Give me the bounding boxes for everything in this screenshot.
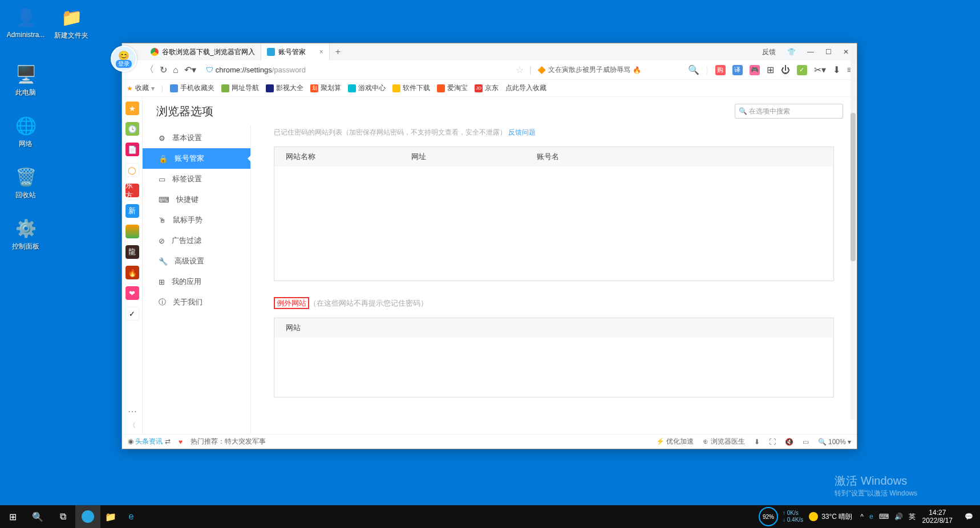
url-input[interactable]: 🛡chrome://settings/password — [202, 63, 510, 78]
rail-star-icon[interactable]: ★ — [125, 101, 139, 115]
rail-collapse-icon[interactable]: 〈 — [129, 421, 136, 430]
back-button[interactable]: 〈 — [145, 64, 154, 76]
keyboard-icon: ⌨ — [159, 196, 169, 204]
nav-about[interactable]: ⓘ关于我们 — [143, 292, 250, 312]
search-icon[interactable]: 🔍 — [688, 64, 699, 75]
rail-dongfang-icon[interactable]: 东方 — [125, 184, 139, 197]
undo-button[interactable]: ↶▾ — [184, 64, 196, 75]
rail-heart-icon[interactable]: ❤ — [125, 286, 139, 300]
scrollbar[interactable] — [851, 97, 856, 420]
tray-browser-icon[interactable]: e — [869, 513, 873, 521]
rail-nike-icon[interactable]: ✓ — [125, 307, 139, 320]
tray-volume-icon[interactable]: 🔊 — [894, 513, 903, 521]
new-tab-button[interactable]: + — [330, 47, 346, 57]
tray-expand-icon[interactable]: ^ — [860, 513, 864, 521]
feedback-link[interactable]: 反馈问题 — [508, 128, 536, 136]
zoom-indicator[interactable]: 🔍 100% ▾ — [818, 438, 851, 446]
nav-shortcut[interactable]: ⌨快捷键 — [143, 189, 250, 210]
rail-clock-icon[interactable]: 🕓 — [125, 122, 139, 136]
mute-icon[interactable]: 🔇 — [785, 438, 793, 446]
power-icon[interactable]: ⏻ — [781, 65, 790, 75]
optimize-button[interactable]: ⚡ 优化加速 — [656, 437, 694, 446]
reload-button[interactable]: ↻ — [160, 64, 167, 75]
screenshot-icon[interactable]: ⛶ — [769, 438, 776, 446]
bookmark-fav[interactable]: ★收藏▾ — [127, 83, 155, 93]
bookmark-games[interactable]: 游戏中心 — [348, 83, 386, 93]
exception-table: 网站 — [274, 318, 834, 397]
rail-doc-icon[interactable]: 📄 — [125, 143, 139, 156]
bookmark-software[interactable]: 软件下载 — [392, 83, 430, 93]
skin-icon[interactable]: 👕 — [787, 48, 796, 56]
weather-widget[interactable]: 33°C 晴朗 — [809, 512, 860, 522]
star-icon[interactable]: ☆ — [516, 64, 524, 75]
minimize-button[interactable]: — — [807, 48, 814, 56]
notification-button[interactable]: 💬 — [957, 505, 980, 528]
bookmark-jd[interactable]: JD京东 — [475, 83, 499, 93]
shop-icon[interactable]: 购 — [715, 65, 726, 75]
rail-dragon-icon[interactable]: 龍 — [125, 245, 139, 259]
hot-news[interactable]: 热门推荐：特大突发军事 — [191, 437, 266, 446]
lock-icon: 🔒 — [159, 155, 168, 163]
feedback-link[interactable]: 反馈 — [762, 47, 776, 57]
tray-ime[interactable]: 英 — [909, 512, 916, 522]
nav-apps[interactable]: ⊞我的应用 — [143, 271, 250, 292]
windows-watermark: 激活 Windows 转到"设置"以激活 Windows — [835, 473, 917, 498]
bookmark-video[interactable]: 影视大全 — [266, 83, 303, 93]
search-button[interactable]: 🔍 — [25, 505, 50, 528]
download-status-icon[interactable]: ⬇ — [754, 438, 760, 446]
headline-link[interactable]: 🔶文在寅散步被男子威胁辱骂🔥 — [537, 65, 641, 75]
nav-mouse[interactable]: 🖱鼠标手势 — [143, 210, 250, 230]
nav-adblock[interactable]: ⊘广告过滤 — [143, 230, 250, 251]
rail-more-icon[interactable]: ⋯ — [128, 406, 137, 417]
news-toggle[interactable]: ◉ 头条资讯 ⇄ — [128, 437, 171, 446]
table-body-empty — [274, 166, 833, 281]
game-icon[interactable]: 🎮 — [750, 65, 760, 75]
bookmark-import[interactable]: 点此导入收藏 — [505, 83, 546, 93]
bookmark-mobile[interactable]: 手机收藏夹 — [170, 83, 214, 93]
nav-basic[interactable]: ⚙基本设置 — [143, 128, 250, 148]
bookmark-nav[interactable]: 网址导航 — [221, 83, 259, 93]
taskbar-edge[interactable]: e — [121, 505, 141, 528]
info-icon: ⓘ — [159, 297, 166, 307]
close-button[interactable]: ✕ — [843, 48, 849, 56]
tab-close-icon[interactable]: × — [319, 48, 323, 56]
net-meter[interactable]: ↑ 0K/s↓ 0.4K/s — [783, 510, 809, 523]
desktop-icon-network[interactable]: 🌐网络 — [6, 114, 46, 149]
login-badge[interactable]: 😊登录 — [111, 46, 137, 72]
address-bar: 〈 ↻ ⌂ ↶▾ 🛡chrome://settings/password ☆ |… — [122, 60, 857, 80]
taskbar-clock[interactable]: 14:272022/8/17 — [922, 509, 957, 525]
taskbar-explorer[interactable]: 📁 — [100, 505, 121, 528]
desktop-icon-folder[interactable]: 📁新建文件夹 — [51, 6, 91, 40]
rail-xin-icon[interactable]: 新 — [125, 204, 139, 218]
grid-icon[interactable]: ⊞ — [767, 64, 774, 75]
rail-game1-icon[interactable] — [125, 225, 139, 238]
desktop-icon-recycle[interactable]: 🗑️回收站 — [6, 165, 46, 200]
nav-tabs[interactable]: ▭标签设置 — [143, 169, 250, 189]
ext-icon[interactable]: ✓ — [797, 65, 807, 75]
download-icon[interactable]: ⬇ — [833, 64, 840, 75]
fullscreen-icon[interactable]: ▭ — [803, 438, 809, 446]
settings-search[interactable]: 🔍 在选项中搜索 — [735, 104, 843, 119]
scissors-icon[interactable]: ✂▾ — [814, 64, 826, 75]
tray-keyboard-icon[interactable]: ⌨ — [879, 513, 889, 521]
home-button[interactable]: ⌂ — [173, 65, 179, 75]
bookmark-taobao[interactable]: 爱淘宝 — [437, 83, 468, 93]
taskbar-browser[interactable] — [75, 505, 100, 528]
desktop-icon-admin[interactable]: 👤Administra... — [6, 6, 46, 39]
scrollbar-thumb[interactable] — [851, 113, 856, 261]
tab-account-manager[interactable]: 账号管家× — [261, 43, 330, 60]
maximize-button[interactable]: ☐ — [825, 48, 832, 56]
taskview-button[interactable]: ⧉ — [50, 505, 75, 528]
bookmark-ju[interactable]: 划聚划算 — [310, 83, 341, 93]
nav-account[interactable]: 🔒账号管家 — [143, 148, 250, 169]
start-button[interactable]: ⊞ — [0, 505, 25, 528]
translate-icon[interactable]: 译 — [732, 65, 743, 75]
rail-ring-icon[interactable]: ◯ — [125, 163, 139, 177]
cpu-meter[interactable]: 92% — [759, 507, 778, 526]
rail-fire-icon[interactable]: 🔥 — [125, 266, 139, 279]
desktop-icon-thispc[interactable]: 🖥️此电脑 — [6, 63, 46, 98]
doctor-button[interactable]: ⊕ 浏览器医生 — [703, 437, 744, 446]
desktop-icon-control[interactable]: ⚙️控制面板 — [6, 217, 46, 251]
tab-chrome-download[interactable]: 谷歌浏览器下载_浏览器官网入 — [145, 43, 261, 60]
nav-advanced[interactable]: 🔧高级设置 — [143, 251, 250, 271]
